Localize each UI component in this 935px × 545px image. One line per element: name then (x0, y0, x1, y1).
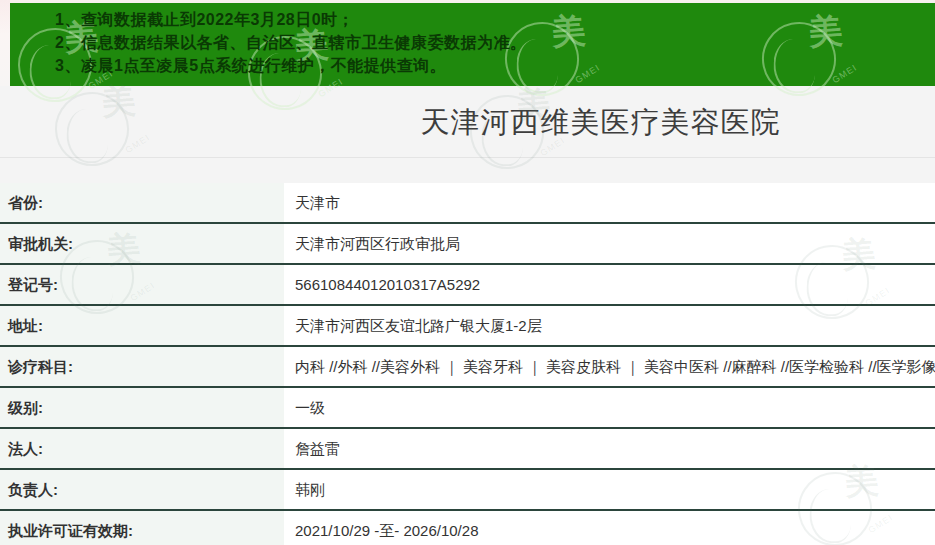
field-value: 2021/10/29 -至- 2026/10/28 (284, 511, 935, 545)
table-row: 执业许可证有效期:2021/10/29 -至- 2026/10/28 (0, 511, 935, 545)
field-label: 省份: (0, 183, 284, 222)
table-row: 审批机关:天津市河西区行政审批局 (0, 224, 935, 265)
field-value: 天津市河西区友谊北路广银大厦1-2层 (284, 306, 935, 345)
field-label: 地址: (0, 306, 284, 345)
table-row: 地址:天津市河西区友谊北路广银大厦1-2层 (0, 306, 935, 347)
field-value: 56610844012010317A5292 (284, 265, 935, 304)
field-value: 韩刚 (284, 470, 935, 509)
field-label: 诊疗科目: (0, 347, 284, 386)
table-row: 省份:天津市 (0, 183, 935, 224)
notice-lines: 1、查询数据截止到2022年3月28日0时；2、信息数据结果以各省、自治区、直辖… (10, 3, 935, 77)
title-band: 天津河西维美医疗美容医院 (0, 86, 935, 158)
info-table: 省份:天津市审批机关:天津市河西区行政审批局登记号:56610844012010… (0, 183, 935, 545)
page-title: 天津河西维美医疗美容医院 (266, 86, 935, 158)
left-edge-strip (0, 0, 10, 86)
table-row: 负责人:韩刚 (0, 470, 935, 511)
notice-line: 3、凌晨1点至凌晨5点系统进行维护，不能提供查询。 (55, 54, 935, 77)
field-label: 级别: (0, 388, 284, 427)
notice-line: 2、信息数据结果以各省、自治区、直辖市卫生健康委数据为准。 (55, 31, 935, 54)
field-label: 法人: (0, 429, 284, 468)
field-label: 审批机关: (0, 224, 284, 263)
table-row: 诊疗科目:内科 //外科 //美容外科 ｜ 美容牙科 ｜ 美容皮肤科 ｜ 美容中… (0, 347, 935, 388)
field-value: 天津市 (284, 183, 935, 222)
field-label: 登记号: (0, 265, 284, 304)
notice-panel: 1、查询数据截止到2022年3月28日0时；2、信息数据结果以各省、自治区、直辖… (10, 3, 935, 86)
field-label: 执业许可证有效期: (0, 511, 284, 545)
notice-line: 1、查询数据截止到2022年3月28日0时； (55, 8, 935, 31)
field-value: 詹益雷 (284, 429, 935, 468)
field-value: 内科 //外科 //美容外科 ｜ 美容牙科 ｜ 美容皮肤科 ｜ 美容中医科 //… (284, 347, 935, 386)
table-row: 登记号:56610844012010317A5292 (0, 265, 935, 306)
table-row: 法人:詹益雷 (0, 429, 935, 470)
field-value: 一级 (284, 388, 935, 427)
field-label: 负责人: (0, 470, 284, 509)
table-row: 级别:一级 (0, 388, 935, 429)
field-value: 天津市河西区行政审批局 (284, 224, 935, 263)
